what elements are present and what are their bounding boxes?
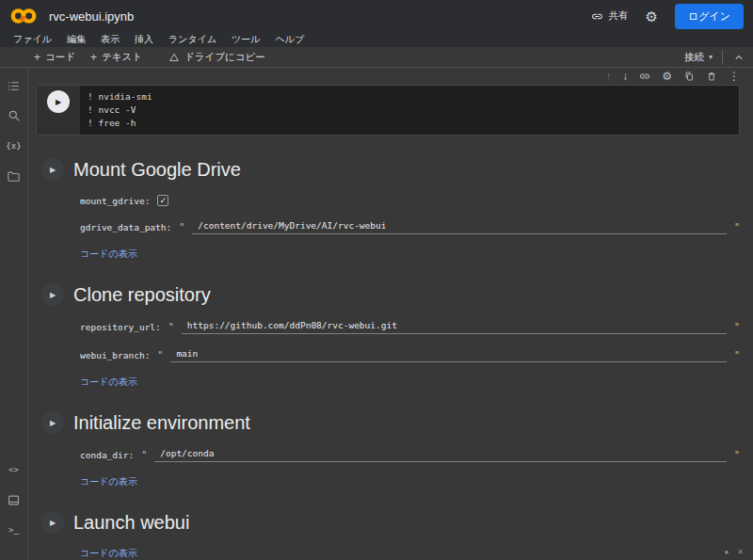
cell-settings-gear-icon[interactable]: ⚙ xyxy=(662,71,672,82)
run-section-button[interactable]: ▶ xyxy=(41,158,64,181)
footer-status: ● ✕ xyxy=(724,549,744,556)
menu-view[interactable]: 表示 xyxy=(93,33,127,46)
section-title: Clone repository xyxy=(73,284,211,306)
login-button[interactable]: ログイン xyxy=(675,4,744,29)
section-header: ▶ Initialize environment xyxy=(41,411,753,434)
field-label: webui_branch: xyxy=(80,350,150,360)
drive-icon xyxy=(168,52,180,63)
colab-logo-icon[interactable] xyxy=(9,7,38,25)
settings-gear-icon[interactable]: ⚙ xyxy=(646,9,658,24)
share-button[interactable]: 共有 xyxy=(591,9,629,23)
form-row-conda-dir: conda_dir: " /opt/conda " xyxy=(80,448,740,462)
close-quote: " xyxy=(734,322,740,332)
section-title: Launch webui xyxy=(73,512,189,534)
show-code-link[interactable]: コードの表示 xyxy=(80,376,137,389)
toolbar-right: 接続 ▾ xyxy=(684,50,745,65)
share-label: 共有 xyxy=(609,9,629,23)
section-form: コードの表示 xyxy=(80,534,740,560)
webui-branch-input[interactable]: main xyxy=(170,348,727,362)
table-of-contents-icon[interactable] xyxy=(5,78,24,93)
field-label: repository_url: xyxy=(80,322,161,332)
add-code-label: コード xyxy=(45,51,75,64)
code-cell[interactable]: ▶ ! nvidia-smi ! nvcc -V ! free -h xyxy=(36,85,740,136)
form-row-repository-url: repository_url: " https://github.com/ddP… xyxy=(80,320,740,334)
copy-cell-link-icon[interactable] xyxy=(639,71,650,82)
add-text-button[interactable]: + テキスト xyxy=(90,51,142,64)
files-icon[interactable] xyxy=(5,168,24,184)
gdrive-data-path-input[interactable]: /content/drive/MyDrive/AI/rvc-webui xyxy=(192,220,727,234)
menu-file[interactable]: ファイル xyxy=(6,33,59,46)
open-quote: " xyxy=(168,322,174,332)
code-line: ! nvidia-smi xyxy=(88,90,731,104)
add-code-button[interactable]: + コード xyxy=(34,51,75,64)
form-row-gdrive-data-path: gdrive_data_path: " /content/drive/MyDri… xyxy=(80,220,740,234)
close-quote: " xyxy=(734,350,740,360)
copy-to-drive-label: ドライブにコピー xyxy=(184,51,265,64)
menu-edit[interactable]: 編集 xyxy=(59,33,93,46)
section-form: mount_gdrive: ✓ gdrive_data_path: " /con… xyxy=(80,195,740,261)
run-section-button[interactable]: ▶ xyxy=(41,283,64,306)
command-palette-icon[interactable] xyxy=(5,492,24,507)
menu-insert[interactable]: 挿入 xyxy=(127,33,161,46)
caret-down-icon: ▾ xyxy=(709,53,713,61)
field-label: conda_dir: xyxy=(80,450,134,460)
left-sidebar: {x} <> >_ xyxy=(0,69,28,560)
field-label: mount_gdrive: xyxy=(80,196,150,206)
search-icon[interactable] xyxy=(5,108,24,123)
mirror-cell-icon[interactable] xyxy=(683,71,695,82)
move-cell-up-icon[interactable]: ↑ xyxy=(605,71,611,82)
repository-url-input[interactable]: https://github.com/ddPn08/rvc-webui.git xyxy=(182,320,727,334)
code-line: ! nvcc -V xyxy=(88,104,731,117)
plus-icon: + xyxy=(90,51,97,64)
notebook-toolbar: + コード + テキスト ドライブにコピー 接続 ▾ xyxy=(0,47,753,68)
menu-help[interactable]: ヘルプ xyxy=(268,33,312,46)
move-cell-down-icon[interactable]: ↓ xyxy=(622,71,628,82)
app-header: rvc-webui.ipynb 共有 ⚙ ログイン xyxy=(0,0,753,32)
section-title: Initialize environment xyxy=(73,412,250,434)
show-code-link[interactable]: コードの表示 xyxy=(80,547,137,560)
connect-button[interactable]: 接続 ▾ xyxy=(684,51,713,64)
menu-runtime[interactable]: ランタイム xyxy=(161,33,224,46)
open-quote: " xyxy=(157,350,163,360)
run-section-button[interactable]: ▶ xyxy=(41,511,64,534)
notebook-title[interactable]: rvc-webui.ipynb xyxy=(49,9,134,24)
delete-cell-icon[interactable] xyxy=(706,71,717,82)
play-icon: ▶ xyxy=(50,419,56,427)
section-launch-webui: ▶ Launch webui コードの表示 xyxy=(28,511,753,560)
play-icon: ▶ xyxy=(50,166,56,174)
form-row-mount-gdrive: mount_gdrive: ✓ xyxy=(80,195,740,206)
mount-gdrive-checkbox[interactable]: ✓ xyxy=(157,195,168,206)
close-quote: " xyxy=(734,222,740,232)
section-title: Mount Google Drive xyxy=(73,159,241,181)
section-header: ▶ Clone repository xyxy=(41,283,753,306)
chevron-up-icon xyxy=(732,51,745,64)
menu-tools[interactable]: ツール xyxy=(224,33,267,46)
section-form: conda_dir: " /opt/conda " コードの表示 xyxy=(80,448,740,488)
section-header: ▶ Launch webui xyxy=(41,511,753,534)
section-header: ▶ Mount Google Drive xyxy=(41,158,753,181)
terminal-icon[interactable]: >_ xyxy=(5,522,24,537)
add-text-label: テキスト xyxy=(102,51,142,64)
menu-bar: ファイル 編集 表示 挿入 ランタイム ツール ヘルプ xyxy=(0,32,753,47)
section-mount-google-drive: ▶ Mount Google Drive mount_gdrive: ✓ gdr… xyxy=(28,158,753,261)
header-actions: 共有 ⚙ ログイン xyxy=(591,4,744,29)
run-cell-button[interactable]: ▶ xyxy=(47,90,70,113)
cell-gutter: ▶ xyxy=(37,86,80,135)
collapse-header-button[interactable] xyxy=(732,51,745,64)
close-icon[interactable]: ✕ xyxy=(737,549,744,556)
show-code-link[interactable]: コードの表示 xyxy=(80,248,137,261)
check-icon: ✓ xyxy=(160,197,168,205)
show-code-link[interactable]: コードの表示 xyxy=(80,475,137,488)
code-editor[interactable]: ! nvidia-smi ! nvcc -V ! free -h xyxy=(80,86,739,135)
copy-to-drive-button[interactable]: ドライブにコピー xyxy=(168,51,265,64)
conda-dir-input[interactable]: /opt/conda xyxy=(154,448,727,462)
toolbar-divider xyxy=(722,50,723,65)
more-actions-icon[interactable]: ⋮ xyxy=(729,71,740,82)
run-section-button[interactable]: ▶ xyxy=(41,411,64,434)
variables-icon[interactable]: {x} xyxy=(5,138,24,153)
code-snippets-icon[interactable]: <> xyxy=(5,462,24,477)
open-quote: " xyxy=(141,450,147,460)
play-icon: ▶ xyxy=(56,98,61,106)
link-icon xyxy=(591,10,603,23)
status-dot-icon[interactable]: ● xyxy=(724,549,729,556)
